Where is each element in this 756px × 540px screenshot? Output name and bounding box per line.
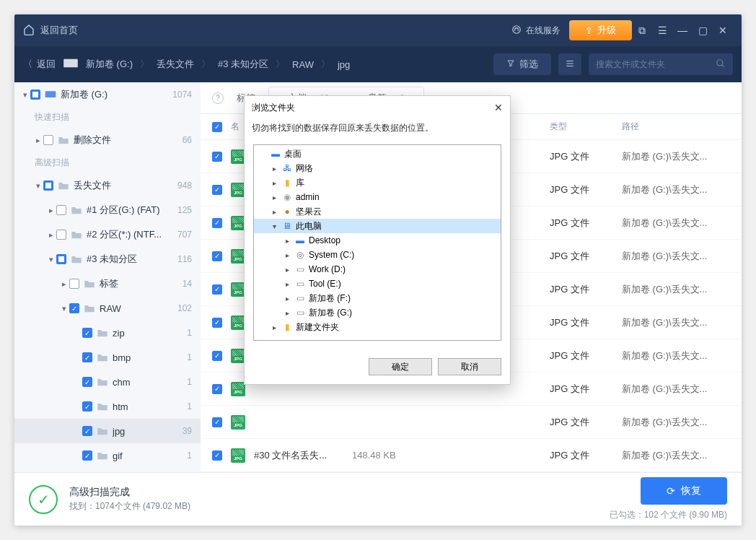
tree-tags[interactable]: ▸ 标签 14 xyxy=(14,271,201,296)
checkbox[interactable]: ✓ xyxy=(212,318,222,328)
checkbox[interactable]: ✓ xyxy=(69,303,79,313)
drive-icon: ▭ xyxy=(294,293,306,303)
checkbox[interactable]: ✓ xyxy=(212,185,222,195)
checkbox[interactable]: ✓ xyxy=(212,351,222,361)
col-type[interactable]: 类型 xyxy=(550,121,613,133)
tree-xing[interactable]: ▸▭新加卷 (G:) xyxy=(254,305,501,320)
tree-lost[interactable]: ▾ 丢失文件 948 xyxy=(14,173,201,198)
layout-icon[interactable]: ⧉ xyxy=(632,25,652,37)
tree-sysc[interactable]: ▸◎System (C:) xyxy=(254,248,501,262)
jpg-file-icon: JPG xyxy=(231,216,245,230)
crumb-item[interactable]: RAW xyxy=(292,59,314,70)
caret-right-icon: ▸ xyxy=(46,230,56,240)
list-view-button[interactable] xyxy=(558,53,581,75)
crumb-item[interactable]: 丢失文件 xyxy=(157,58,194,71)
tree-deleted[interactable]: ▸ 删除文件 66 xyxy=(14,128,201,152)
tree-p1[interactable]: ▸ #1 分区(G:) (FAT) 125 xyxy=(14,198,201,222)
tree-desktop[interactable]: ▬桌面 xyxy=(254,147,501,161)
tree-root[interactable]: ▾ 新加卷 (G:) 1074 xyxy=(14,82,201,107)
crumb-item[interactable]: #3 未知分区 xyxy=(218,58,268,71)
file-row[interactable]: ✓JPG#30 文件名丢失... 148.48 KBJPG 文件新加卷 (G:)… xyxy=(201,439,742,472)
caret-down-icon: ▾ xyxy=(59,304,69,313)
search-input[interactable]: 搜索文件或文件夹 xyxy=(589,53,733,75)
tree-admin[interactable]: ▸◉admin xyxy=(254,190,501,204)
checkbox[interactable]: ✓ xyxy=(212,384,222,394)
checkbox[interactable]: ✓ xyxy=(82,377,92,387)
tree-p2[interactable]: ▸ #2 分区(*:) (NTF... 707 xyxy=(14,222,201,247)
checkbox[interactable] xyxy=(69,279,79,289)
tree-network[interactable]: ▸🖧网络 xyxy=(254,161,501,175)
tree-jianguo[interactable]: ▸●坚果云 xyxy=(254,204,501,219)
dialog-close-button[interactable]: ✕ xyxy=(494,102,503,113)
tree-jpg[interactable]: ✓ jpg 39 xyxy=(14,419,201,443)
tree-htm[interactable]: ✓ htm 1 xyxy=(14,394,201,419)
tree-toole[interactable]: ▸▭Tool (E:) xyxy=(254,276,501,291)
cancel-button[interactable]: 取消 xyxy=(438,358,501,375)
body: ▾ 新加卷 (G:) 1074 快速扫描 ▸ 删除文件 66 高级扫描 ▾ 丢失… xyxy=(14,82,742,472)
col-path[interactable]: 路径 xyxy=(622,121,730,133)
status-text: 高级扫描完成 找到：1074个文件 (479.02 MB) xyxy=(69,486,190,513)
menu-icon[interactable]: ☰ xyxy=(652,25,672,36)
checkbox[interactable] xyxy=(56,205,66,215)
select-all-checkbox[interactable]: ✓ xyxy=(212,122,222,132)
filter-button[interactable]: 筛选 xyxy=(493,53,551,75)
checkbox[interactable]: ✓ xyxy=(212,284,222,295)
file-row[interactable]: ✓JPGJPG 文件新加卷 (G:)\丢失文... xyxy=(201,406,742,439)
checkbox[interactable] xyxy=(43,135,53,145)
tree-this-pc[interactable]: ▾🖥此电脑 xyxy=(254,219,501,233)
caret-right-icon: ▸ xyxy=(270,165,278,173)
checkbox[interactable]: ✓ xyxy=(212,152,222,162)
tree-xinf[interactable]: ▸▭新加卷 (F:) xyxy=(254,291,501,305)
checkbox[interactable]: ✓ xyxy=(82,426,92,436)
checkbox[interactable]: ✓ xyxy=(82,352,92,362)
maximize-button[interactable]: ▢ xyxy=(693,25,713,36)
search-icon xyxy=(716,58,726,71)
checkbox[interactable] xyxy=(56,230,66,240)
checkbox[interactable]: ✓ xyxy=(212,417,222,427)
tree-gif[interactable]: ✓ gif 1 xyxy=(14,443,201,468)
checkbox[interactable] xyxy=(30,90,40,100)
tree-library[interactable]: ▸▮库 xyxy=(254,175,501,190)
checkbox[interactable]: ✓ xyxy=(212,218,222,228)
recover-button[interactable]: ⟳ 恢复 xyxy=(641,477,727,505)
checkbox[interactable]: ✓ xyxy=(212,251,222,261)
home-link[interactable]: 返回首页 xyxy=(23,24,78,38)
checkbox[interactable]: ✓ xyxy=(212,450,222,461)
svg-point-0 xyxy=(513,25,521,33)
tree-desk2[interactable]: ▸▬Desktop xyxy=(254,233,501,248)
help-icon[interactable]: ? xyxy=(212,92,224,104)
tree-zip[interactable]: ✓ zip 1 xyxy=(14,321,201,345)
tree-newf[interactable]: ▸▮新建文件夹 xyxy=(254,320,501,334)
check-circle-icon: ✓ xyxy=(29,485,58,514)
back-button[interactable]: 〈 返回 xyxy=(23,58,56,71)
online-service[interactable]: 在线服务 xyxy=(511,25,561,37)
status-sub: 找到：1074个文件 (479.02 MB) xyxy=(69,500,190,513)
folder-icon xyxy=(71,205,82,215)
tree-raw[interactable]: ▾ ✓ RAW 102 xyxy=(14,296,201,321)
folder-icon xyxy=(71,230,82,240)
tree-chm[interactable]: ✓ chm 1 xyxy=(14,370,201,394)
ok-button[interactable]: 确定 xyxy=(369,358,432,375)
tree-bmp[interactable]: ✓ bmp 1 xyxy=(14,345,201,370)
folder-icon xyxy=(97,377,108,387)
crumb-item[interactable]: jpg xyxy=(338,59,350,70)
upgrade-button[interactable]: ⇪ 升级 xyxy=(569,20,632,40)
tree-workd[interactable]: ▸▭Work (D:) xyxy=(254,262,501,276)
svg-rect-1 xyxy=(63,58,78,67)
selection-info: 已勾选：102 个文件 (9.90 MB) xyxy=(610,509,727,521)
checkbox[interactable] xyxy=(56,254,66,264)
crumb-item[interactable]: 新加卷 (G:) xyxy=(86,58,133,71)
pc-icon: 🖥 xyxy=(281,221,293,231)
checkbox[interactable]: ✓ xyxy=(82,401,92,411)
caret-right-icon: ▸ xyxy=(283,251,291,259)
close-button[interactable]: ✕ xyxy=(713,25,733,36)
checkbox[interactable] xyxy=(43,180,53,191)
checkbox[interactable]: ✓ xyxy=(82,450,92,461)
minimize-button[interactable]: — xyxy=(672,25,693,36)
jpg-file-icon: JPG xyxy=(231,448,245,463)
checkbox[interactable]: ✓ xyxy=(82,328,92,338)
caret-down-icon: ▾ xyxy=(270,222,278,230)
tree-p3[interactable]: ▾ #3 未知分区 116 xyxy=(14,247,201,271)
jpg-file-icon: JPG xyxy=(231,282,245,297)
folder-tree[interactable]: ▬桌面 ▸🖧网络 ▸▮库 ▸◉admin ▸●坚果云 ▾🖥此电脑 ▸▬Deskt… xyxy=(253,144,501,341)
